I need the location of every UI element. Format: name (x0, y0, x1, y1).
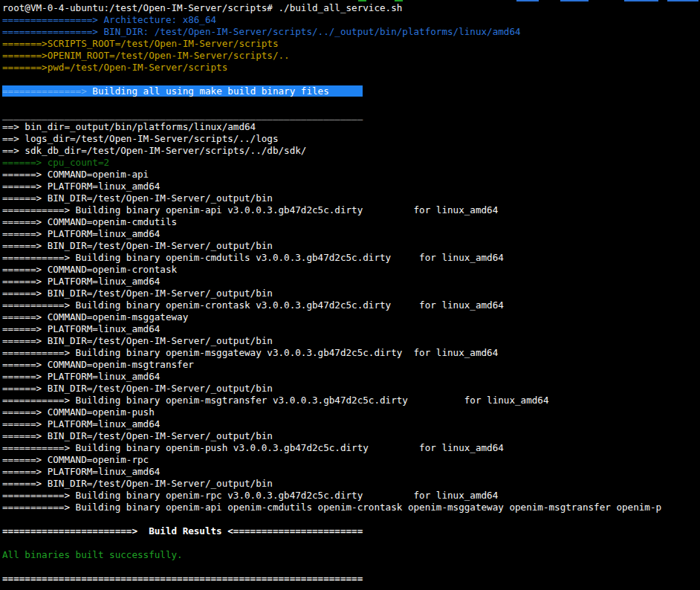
terminal-line: ======> PLATFORM=linux_amd64 (2, 276, 700, 288)
terminal-line: All binaries built successfully. (2, 549, 700, 561)
terminal-line: ======> BIN_DIR=/test/Open-IM-Server/_ou… (2, 288, 700, 299)
terminal-line: ======> BIN_DIR=/test/Open-IM-Server/_ou… (2, 478, 700, 490)
clipped-text-fragment (395, 0, 403, 1)
terminal-line: ======> COMMAND=openim-rpc (2, 454, 700, 466)
terminal-line: ======> PLATFORM=linux_amd64 (2, 371, 700, 383)
terminal-line: ================> BIN_DIR: /test/Open-IM… (2, 26, 700, 38)
terminal-line: =======>OPENIM_ROOT=/test/Open-IM-Server… (2, 50, 700, 62)
terminal-line: ======> COMMAND=openim-api (2, 169, 700, 181)
terminal-line: ======> BIN_DIR=/test/Open-IM-Server/_ou… (2, 430, 700, 442)
terminal-line: ======> PLATFORM=linux_amd64 (2, 181, 700, 192)
clipped-text-fragment (667, 0, 699, 1)
terminal-line (2, 537, 700, 549)
clipped-text-fragment (560, 0, 589, 1)
terminal-line: ======> COMMAND=openim-msgtransfer (2, 359, 700, 371)
terminal-line: ________________________________________… (2, 109, 700, 121)
clipped-text-fragment (624, 0, 658, 1)
terminal-line: ======> COMMAND=openim-push (2, 406, 700, 418)
terminal-line: ===========> Building binary openim-rpc … (2, 490, 700, 502)
terminal-line: ==============> Building all using make … (2, 85, 700, 97)
terminal-line: ======> COMMAND=openim-msggateway (2, 311, 700, 323)
terminal-line (2, 74, 700, 85)
terminal-line: ======> PLATFORM=linux_amd64 (2, 323, 700, 335)
terminal-line: ======> BIN_DIR=/test/Open-IM-Server/_ou… (2, 240, 700, 252)
clipped-text-fragment (516, 0, 539, 1)
terminal-line: ==> logs_dir=/test/Open-IM-Server/script… (2, 133, 700, 145)
terminal-line: ======> cpu_count=2 (2, 157, 700, 169)
terminal-line: ======> BIN_DIR=/test/Open-IM-Server/_ou… (2, 383, 700, 395)
terminal-line: ======> COMMAND=openim-cmdutils (2, 216, 700, 228)
terminal-line: ===========> Building binary openim-cmdu… (2, 252, 700, 264)
selected-text: Building all using make build binary fil… (92, 85, 363, 97)
terminal-line: ======> PLATFORM=linux_amd64 (2, 228, 700, 240)
terminal-line: =======>SCRIPTS_ROOT=/test/Open-IM-Serve… (2, 38, 700, 50)
terminal-line: ===========> Building binary openim-msgg… (2, 347, 700, 359)
terminal-line: ================> Architecture: x86_64 (2, 14, 700, 26)
terminal-line: ===========> Building binary openim-api … (2, 204, 700, 216)
terminal-line: ======> BIN_DIR=/test/Open-IM-Server/_ou… (2, 335, 700, 347)
selection-arrow: ==============> (2, 85, 92, 97)
terminal-line: ======> PLATFORM=linux_amd64 (2, 418, 700, 430)
terminal-line: ==> bin_dir=_output/bin/platforms/linux/… (2, 121, 700, 133)
terminal-line (2, 561, 700, 573)
terminal-line: ===========> Building binary openim-api … (2, 502, 700, 513)
terminal-line: ===========> Building binary openim-cron… (2, 299, 700, 311)
terminal-line: =======================> Build Results <… (2, 525, 700, 537)
terminal-line: ======> COMMAND=openim-crontask (2, 264, 700, 276)
terminal-line (2, 513, 700, 525)
terminal-line (2, 97, 700, 109)
terminal-screen[interactable]: root@VM-0-4-ubuntu:/test/Open-IM-Server/… (0, 0, 700, 590)
terminal-line: =======>pwd=/test/Open-IM-Server/scripts (2, 62, 700, 74)
terminal-line: ======> BIN_DIR=/test/Open-IM-Server/_ou… (2, 192, 700, 204)
terminal-line: root@VM-0-4-ubuntu:/test/Open-IM-Server/… (2, 2, 700, 14)
terminal-line: ========================================… (2, 573, 700, 585)
terminal-line: ===========> Building binary openim-push… (2, 442, 700, 454)
terminal-line: ==> sdk_db_dir=/test/Open-IM-Server/scri… (2, 145, 700, 157)
terminal-line: ======> PLATFORM=linux_amd64 (2, 466, 700, 478)
terminal-line: ===========> Building binary openim-msgt… (2, 395, 700, 406)
clipped-text-fragment (358, 0, 366, 1)
terminal-output: root@VM-0-4-ubuntu:/test/Open-IM-Server/… (2, 2, 700, 585)
